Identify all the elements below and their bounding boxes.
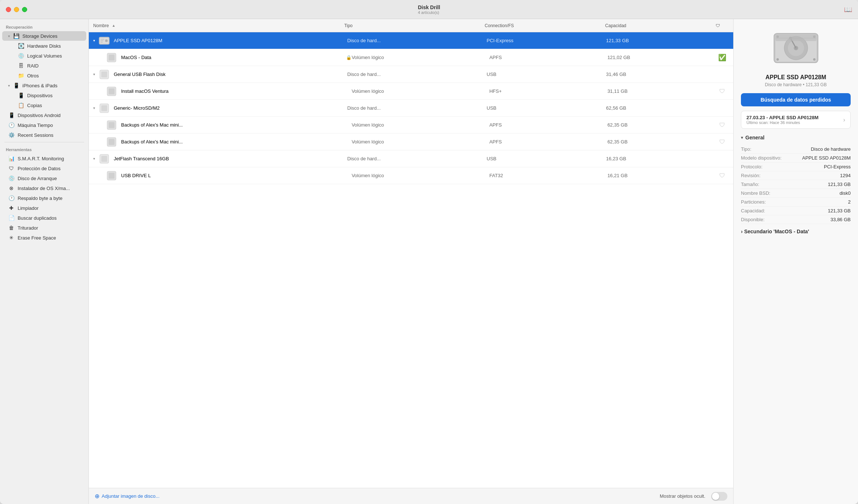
sidebar-item-instalador-os[interactable]: ⊗ Instalador de OS X/ma... [2,183,86,193]
cell-name-text: USB DRIVE L [121,173,352,178]
detail-value-particiones: 2 [848,199,851,205]
detail-row-bsd: Nombre BSD: disk0 [741,189,851,198]
cell-capacidad: 31,46 GB [606,72,716,77]
sidebar-item-label: Storage Devices [22,33,82,39]
detail-label-tamano: Tamaño: [741,182,759,187]
secundario-section[interactable]: › Secundario 'MacOS - Data' [741,229,851,234]
table-row[interactable]: MacOS - Data 🔒 Volúmen lógico APFS 121,0… [89,49,733,66]
shield-empty-icon: 🛡 [719,172,725,179]
chevron-right-icon: › [843,117,845,123]
svg-rect-10 [101,72,107,77]
sidebar-divider [4,142,84,142]
hdd-icon: 💽 [18,43,24,49]
table-row[interactable]: ▾ JetFlash Transcend 16GB Disco de hard.… [89,150,733,167]
minimize-button[interactable] [14,7,19,12]
table-row[interactable]: Backups of Alex's Mac mini... Volúmen ló… [89,117,733,134]
traffic-lights [6,7,27,12]
sidebar-item-disco-arranque[interactable]: 💿 Disco de Arranque [2,174,86,183]
add-disk-button[interactable]: ⊕ Adjuntar imagen de disco... [95,493,160,500]
disk-icon: 💿 [8,175,15,181]
detail-row-disponible: Disponible: 33,86 GB [741,215,851,224]
detail-label-capacidad: Capacidad: [741,208,765,213]
close-button[interactable] [6,7,11,12]
disk-illustration [741,28,851,68]
detail-value-tamano: 121,33 GB [828,182,851,187]
cell-connection: PCI-Express [487,38,606,43]
fullscreen-button[interactable] [22,7,27,12]
sidebar-item-hardware-disks[interactable]: 💽 Hardware Disks [2,41,86,51]
sidebar-item-iphones-ipads[interactable]: ▾ 📱 iPhones & iPads [2,81,86,90]
svg-rect-20 [101,156,107,162]
sessions-icon: ⚙️ [8,132,15,138]
clean-icon: ✚ [8,205,15,211]
sidebar-item-respaldo-byte[interactable]: 🕐 Respaldo byte a byte [2,193,86,203]
sidebar-item-android[interactable]: 📱 Dispositivos Android [2,110,86,120]
svg-rect-8 [109,55,114,61]
sidebar-item-label: Respaldo byte a byte [18,196,82,201]
table-row[interactable]: USB DRIVE L Volúmen lógico FAT32 16,21 G… [89,167,733,184]
cell-tipo: Volúmen lógico [352,139,489,145]
toggle-switch[interactable] [711,492,727,501]
sidebar-item-recent-sessions[interactable]: ⚙️ Recent Sessions [2,130,86,140]
cell-name-text: Generic- MicroSD/M2 [114,105,347,111]
cell-capacidad: 16,23 GB [606,156,716,161]
cell-name-text: Install macOS Ventura [121,88,352,94]
cell-nombre: General USB Flash Disk [98,69,347,80]
device-icon: 📱 [18,92,24,98]
sidebar-item-erase-free-space[interactable]: ✳ Erase Free Space [2,233,86,242]
cell-capacidad: 121,33 GB [606,38,716,43]
hdd-icon [98,35,110,47]
titlebar-center: Disk Drill 4 artículo(s) [418,4,440,15]
scan-history-item[interactable]: 27.03.23 - APPLE SSD AP0128M Último scan… [741,111,851,129]
iphone-icon: 📱 [13,83,19,88]
sidebar-item-logical-volumes[interactable]: 💿 Logical Volumes [2,51,86,61]
sidebar-item-otros[interactable]: 📁 Otros [2,71,86,80]
sidebar-item-label: Recent Sessions [18,132,82,138]
hdd-illustration-icon [770,28,822,68]
cell-tipo: Volúmen lógico [352,55,489,60]
cell-nombre: Generic- MicroSD/M2 [98,102,347,114]
sidebar-item-time-machine[interactable]: 🕐 Máquina Tiempo [2,120,86,130]
svg-rect-16 [109,122,114,128]
microsd-icon [98,102,110,114]
chevron-down-icon: ▾ [8,84,10,88]
sidebar-item-copias[interactable]: 📋 Copias [2,101,86,110]
sidebar-item-dispositivos[interactable]: 📱 Dispositivos [2,91,86,100]
cell-tipo: Volúmen lógico [352,88,489,94]
sidebar-item-triturador[interactable]: 🗑 Triturador [2,223,86,233]
chevron-right-icon: › [741,229,743,234]
search-lost-data-button[interactable]: Búsqueda de datos perdidos [741,93,851,106]
sidebar-item-buscar-duplicados[interactable]: 📄 Buscar duplicados [2,213,86,223]
table-row[interactable]: ▾ Generic- MicroSD/M2 Disco de hard... U… [89,100,733,117]
col-header-connection[interactable]: Connection/FS [485,23,605,28]
book-icon[interactable]: 📖 [844,6,852,13]
table-row[interactable]: Backups of Alex's Mac mini... Volúmen ló… [89,134,733,150]
toggle-knob [712,493,719,500]
svg-rect-14 [101,105,107,111]
sidebar-item-smart-monitoring[interactable]: 📊 S.M.A.R.T. Monitoring [2,154,86,163]
sidebar-item-label: Erase Free Space [18,235,82,241]
copy-icon: 📋 [18,102,24,108]
chevron-down-icon: ▾ [741,135,743,140]
sidebar-item-raid[interactable]: 🗄 RAID [2,61,86,70]
detail-label-disponible: Disponible: [741,217,764,222]
detail-row-protocolo: Protocolo: PCI-Express [741,162,851,171]
col-header-tipo[interactable]: Tipo [344,23,485,28]
herramientas-label: Herramientas [0,145,88,153]
detail-row-modelo: Modelo dispositivo: APPLE SSD AP0128M [741,154,851,162]
app-title: Disk Drill [418,4,440,10]
cell-tipo: Disco de hard... [347,156,487,161]
app-subtitle: 4 artículo(s) [418,10,440,15]
detail-label-bsd: Nombre BSD: [741,190,770,196]
col-header-capacidad[interactable]: Capacidad [605,23,716,28]
table-row[interactable]: ▾ APPLE SSD AP0128M Disco [89,32,733,49]
col-header-nombre[interactable]: Nombre ▲ [93,23,344,28]
sidebar-item-proteccion-datos[interactable]: 🛡 Protección de Datos [2,164,86,173]
row-chevron-icon: ▾ [93,157,98,161]
table-row[interactable]: Install macOS Ventura Volúmen lógico HFS… [89,83,733,100]
sort-arrow-icon: ▲ [112,23,116,28]
duplicate-icon: 📄 [8,215,15,221]
sidebar-item-limpiador[interactable]: ✚ Limpiador [2,203,86,213]
sidebar-item-storage-devices[interactable]: ▾ 💾 Storage Devices [2,31,86,41]
table-row[interactable]: ▾ General USB Flash Disk Disco de hard..… [89,66,733,83]
